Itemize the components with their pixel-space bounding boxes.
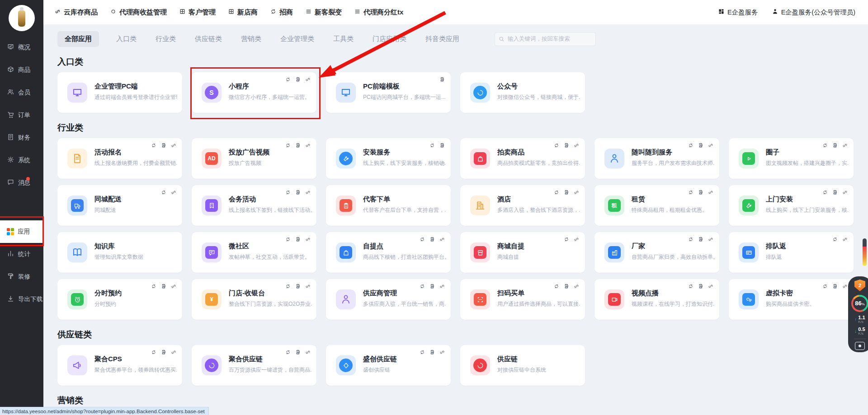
printer-icon[interactable] bbox=[429, 349, 435, 357]
link-icon[interactable] bbox=[170, 142, 177, 150]
sync-icon[interactable] bbox=[419, 283, 425, 291]
sync-icon[interactable] bbox=[553, 189, 560, 197]
printer-icon[interactable] bbox=[563, 283, 570, 291]
sync-icon[interactable] bbox=[419, 236, 425, 244]
printer-icon[interactable] bbox=[698, 283, 704, 291]
network-monitor-widget[interactable]: 2 86 % ↑ 1.1 K/s ↓ 0.5 K/s bbox=[848, 276, 868, 352]
sync-icon[interactable] bbox=[419, 349, 425, 357]
app-card[interactable]: 盛创供应链盛创供应链 bbox=[326, 345, 451, 386]
sync-icon[interactable] bbox=[688, 236, 694, 244]
sidebar-item-member[interactable]: 会员 bbox=[0, 81, 43, 104]
sidebar-item-order[interactable]: 订单 bbox=[0, 104, 43, 126]
topnav-item[interactable]: 客户管理 bbox=[179, 8, 216, 17]
sync-icon[interactable] bbox=[688, 189, 694, 197]
app-card[interactable]: 供应链对接供应链中台系统 bbox=[460, 345, 585, 386]
app-card[interactable]: PC前端模板PC端访问商城平台，多端统一运... bbox=[326, 72, 451, 113]
link-icon[interactable] bbox=[573, 283, 580, 291]
sync-icon[interactable] bbox=[822, 189, 828, 197]
printer-icon[interactable] bbox=[295, 76, 301, 84]
printer-icon[interactable] bbox=[160, 142, 167, 150]
tab-category-3[interactable]: 供应链类 bbox=[193, 31, 224, 47]
app-card[interactable]: 企业管理PC端通过前端会员账号登录进行企业管理 bbox=[57, 72, 182, 113]
link-icon[interactable] bbox=[573, 236, 580, 244]
sync-icon[interactable] bbox=[832, 236, 838, 244]
sync-icon[interactable] bbox=[429, 142, 435, 150]
link-icon[interactable] bbox=[573, 189, 580, 197]
app-card[interactable]: 代客下单代替客户在后台下单，支持自营，... bbox=[326, 185, 451, 226]
app-card[interactable]: 安装服务线上购买，线下安装服务，核销确... bbox=[326, 138, 451, 179]
sidebar-item-system[interactable]: 系统 bbox=[0, 149, 43, 172]
tab-category-8[interactable]: 抖音类应用 bbox=[424, 31, 461, 47]
sync-icon[interactable] bbox=[822, 283, 828, 291]
printer-icon[interactable] bbox=[295, 236, 301, 244]
link-icon[interactable] bbox=[170, 189, 177, 197]
sync-icon[interactable] bbox=[822, 142, 828, 150]
app-card[interactable]: 厂家自营商品厂家归类，高效自动拆单。 bbox=[594, 232, 719, 273]
sync-icon[interactable] bbox=[553, 142, 560, 150]
tab-all-apps[interactable]: 全部应用 bbox=[57, 31, 99, 47]
app-card[interactable]: ¥门店-收银台整合线下门店资源，实现O2O异业... bbox=[192, 279, 316, 320]
link-icon[interactable] bbox=[305, 236, 311, 244]
app-card[interactable]: 公众号对接微信公众号，链接商城，便于... bbox=[460, 72, 585, 113]
tab-category-2[interactable]: 行业类 bbox=[154, 31, 178, 47]
app-card[interactable]: 上门安装线上购买，线下上门安装服务，核... bbox=[729, 185, 854, 226]
tab-category-4[interactable]: 营销类 bbox=[239, 31, 263, 47]
link-icon[interactable] bbox=[439, 283, 445, 291]
link-icon[interactable] bbox=[305, 76, 311, 84]
app-card[interactable]: 同城配送同城配送 bbox=[57, 185, 182, 226]
printer-icon[interactable] bbox=[295, 283, 301, 291]
screenshot-camera-icon[interactable] bbox=[855, 342, 865, 350]
app-card[interactable]: 聚合供应链百万货源供应一键进货，自营商品... bbox=[192, 345, 316, 386]
link-icon[interactable] bbox=[439, 349, 445, 357]
link-icon[interactable] bbox=[842, 189, 848, 197]
sync-icon[interactable] bbox=[151, 283, 157, 291]
sync-icon[interactable] bbox=[285, 142, 291, 150]
app-card[interactable]: 自提点商品线下核销，打造社区团购平台。 bbox=[326, 232, 451, 273]
topnav-item[interactable]: 代理商分红tx bbox=[354, 8, 403, 17]
sync-icon[interactable] bbox=[688, 283, 694, 291]
app-card[interactable]: 虚拟卡密购买商品提供卡密。 bbox=[729, 279, 854, 320]
shop-logo[interactable] bbox=[0, 0, 43, 36]
sidebar-item-apps[interactable]: 应用 bbox=[0, 220, 43, 243]
link-icon[interactable] bbox=[708, 189, 714, 197]
sync-icon[interactable] bbox=[285, 189, 291, 197]
topnav-item[interactable]: 云库存商品 bbox=[54, 8, 98, 17]
sidebar-item-stats[interactable]: 统计 bbox=[0, 243, 43, 266]
sidebar-item-download[interactable]: 导出下载 bbox=[0, 288, 43, 311]
sync-icon[interactable] bbox=[151, 142, 157, 150]
printer-icon[interactable] bbox=[429, 236, 435, 244]
tab-category-5[interactable]: 企业管理类 bbox=[278, 31, 316, 47]
topnav-item[interactable]: 招商 bbox=[270, 8, 293, 17]
sidebar-item-decorate[interactable]: 装修 bbox=[0, 266, 43, 288]
tab-category-1[interactable]: 入口类 bbox=[114, 31, 138, 47]
sync-icon[interactable] bbox=[285, 349, 291, 357]
link-icon[interactable] bbox=[305, 349, 311, 357]
app-card[interactable]: AD投放广告视频投放广告视频 bbox=[192, 138, 316, 179]
printer-icon[interactable] bbox=[698, 236, 704, 244]
app-card[interactable]: 扫码买单用户通过插件选择商品，可以直接... bbox=[460, 279, 585, 320]
link-icon[interactable] bbox=[842, 283, 848, 291]
app-card[interactable]: 圈子图文视频发帖，搭建兴趣圈子，实... bbox=[729, 138, 854, 179]
link-icon[interactable] bbox=[170, 349, 177, 357]
link-icon[interactable] bbox=[842, 142, 848, 150]
topnav-item[interactable]: 代理商收益管理 bbox=[110, 8, 167, 17]
link-icon[interactable] bbox=[439, 236, 445, 244]
printer-icon[interactable] bbox=[832, 189, 838, 197]
app-card[interactable]: 排队返排队返 bbox=[729, 232, 854, 273]
printer-icon[interactable] bbox=[563, 142, 570, 150]
printer-icon[interactable] bbox=[295, 189, 301, 197]
sidebar-item-overview[interactable]: 概况 bbox=[0, 36, 43, 59]
printer-icon[interactable] bbox=[439, 142, 445, 150]
topnav-item[interactable]: 新客裂变 bbox=[305, 8, 342, 17]
app-card[interactable]: 活动报名线上报名缴纳费用，付费金额营销... bbox=[57, 138, 182, 179]
app-card[interactable]: 知识库管理知识库文章数据 bbox=[57, 232, 182, 273]
app-card[interactable]: 租租赁特殊商品租用，租期租金优惠。 bbox=[594, 185, 719, 226]
app-card[interactable]: 拍卖商品商品拍卖模式新零售，竞拍出价得... bbox=[460, 138, 585, 179]
search-input[interactable] bbox=[495, 32, 596, 46]
sync-icon[interactable] bbox=[285, 236, 291, 244]
app-card[interactable]: 分时预约分时预约 bbox=[57, 279, 182, 320]
link-icon[interactable] bbox=[708, 283, 714, 291]
capture-bar-handle[interactable] bbox=[863, 238, 867, 247]
link-icon[interactable] bbox=[573, 142, 580, 150]
printer-icon[interactable] bbox=[832, 283, 838, 291]
